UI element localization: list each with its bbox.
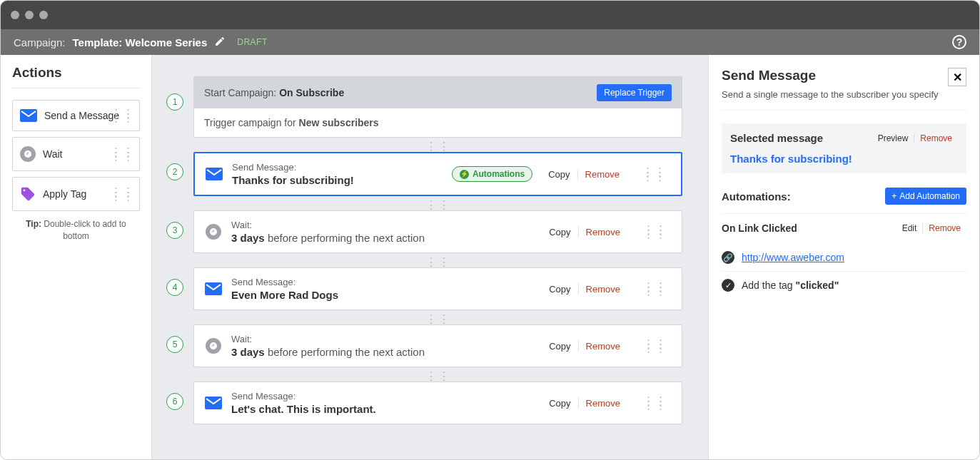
trigger-body-value: New subscribers	[299, 117, 379, 128]
remove-automation-button[interactable]: Remove	[922, 223, 966, 233]
drag-handle-icon[interactable]: ⋮⋮⋮⋮	[636, 228, 672, 236]
remove-message-button[interactable]: Remove	[914, 133, 958, 143]
replace-trigger-button[interactable]: Replace Trigger	[597, 84, 672, 101]
edit-automation-button[interactable]: Edit	[896, 223, 923, 233]
remove-step-button[interactable]: Remove	[578, 284, 627, 295]
sidebar-tip: Tip: Double-click to add to bottom	[12, 218, 140, 242]
wait-description: 3 days before performing the next action	[231, 346, 533, 358]
campaign-name: Template: Welcome Series	[73, 36, 208, 48]
step-number: 3	[166, 222, 183, 239]
action-apply-tag[interactable]: Apply Tag ⋮⋮⋮⋮	[12, 177, 140, 211]
step-card-send-message[interactable]: Send Message: Let's chat. This is import…	[193, 382, 682, 424]
trigger-body-prefix: Trigger campaign for	[204, 117, 296, 128]
panel-description: Send a single message to the subscriber …	[722, 89, 966, 111]
drag-handle-icon[interactable]: ⋮⋮⋮⋮	[635, 170, 671, 178]
trigger-card[interactable]: Start Campaign: On Subscribe Replace Tri…	[193, 76, 682, 138]
clock-icon	[204, 224, 223, 240]
step-title: Thanks for subscribing!	[232, 174, 443, 186]
mail-icon	[204, 282, 223, 295]
step-label: Send Message:	[231, 391, 533, 402]
automation-title: On Link Clicked	[722, 223, 896, 234]
campaign-status: DRAFT	[237, 37, 268, 47]
preview-button[interactable]: Preview	[872, 133, 914, 143]
step-card-wait[interactable]: Wait: 3 days before performing the next …	[193, 210, 682, 253]
automation-tag-text: Add the tag "clicked"	[742, 280, 839, 291]
divider	[12, 88, 140, 88]
panel-title: Send Message	[722, 68, 948, 83]
step-number: 2	[166, 163, 183, 180]
window-titlebar	[1, 1, 979, 29]
step-label: Wait:	[231, 220, 533, 230]
add-automation-button[interactable]: + Add Automation	[885, 188, 966, 205]
connector-dots: ⋮⋮	[425, 317, 451, 324]
drag-handle-icon[interactable]: ⋮⋮⋮⋮	[636, 399, 672, 407]
help-icon[interactable]: ?	[952, 35, 966, 49]
step-label: Wait:	[231, 334, 533, 344]
selected-message-box: Selected message Preview Remove Thanks f…	[722, 123, 966, 173]
selected-message-link[interactable]: Thanks for subscribing!	[730, 153, 958, 165]
action-wait[interactable]: Wait ⋮⋮⋮⋮	[12, 137, 140, 171]
remove-step-button[interactable]: Remove	[577, 169, 627, 180]
campaign-canvas: 1 Start Campaign: On Subscribe Replace T…	[152, 55, 708, 459]
traffic-close[interactable]	[11, 11, 19, 19]
step-card-send-message[interactable]: Send Message: Thanks for subscribing! ⚡ …	[193, 152, 682, 196]
clock-icon	[20, 146, 36, 162]
drag-handle-icon[interactable]: ⋮⋮⋮⋮	[111, 150, 135, 158]
mail-icon	[204, 397, 223, 409]
action-send-message[interactable]: Send a Message ⋮⋮⋮⋮	[12, 100, 140, 131]
link-icon: 🔗	[722, 251, 734, 264]
step-number: 4	[166, 279, 183, 296]
edit-name-icon[interactable]	[214, 36, 226, 49]
trigger-header-prefix: Start Campaign:	[204, 87, 276, 98]
drag-handle-icon[interactable]: ⋮⋮⋮⋮	[111, 111, 135, 120]
selected-message-heading: Selected message	[730, 132, 872, 144]
action-label: Wait	[43, 148, 62, 160]
step-title: Let's chat. This is important.	[231, 403, 533, 415]
step-card-wait[interactable]: Wait: 3 days before performing the next …	[193, 324, 682, 367]
tag-icon	[20, 186, 36, 202]
clock-icon	[204, 338, 223, 354]
automations-badge[interactable]: ⚡ Automations	[452, 166, 532, 182]
copy-step-button[interactable]: Copy	[541, 169, 577, 180]
remove-step-button[interactable]: Remove	[578, 227, 627, 237]
drag-handle-icon[interactable]: ⋮⋮⋮⋮	[111, 190, 135, 198]
mail-icon	[20, 109, 37, 122]
step-label: Send Message:	[232, 162, 443, 173]
drag-handle-icon[interactable]: ⋮⋮⋮⋮	[636, 342, 672, 350]
drag-handle-icon[interactable]: ⋮⋮⋮⋮	[636, 285, 672, 293]
connector-dots: ⋮⋮	[425, 203, 451, 210]
actions-sidebar: Actions Send a Message ⋮⋮⋮⋮ Wait ⋮⋮⋮⋮	[1, 55, 152, 459]
step-title: Even More Rad Dogs	[231, 289, 533, 301]
action-label: Send a Message	[44, 110, 119, 121]
connector-dots: ⋮⋮	[425, 374, 451, 382]
automations-heading: Automations:	[722, 190, 885, 203]
trigger-header-value: On Subscribe	[279, 87, 344, 98]
action-label: Apply Tag	[43, 188, 86, 200]
copy-step-button[interactable]: Copy	[542, 284, 577, 295]
step-number: 1	[166, 93, 183, 111]
lightning-icon: ⚡	[460, 170, 469, 179]
campaign-label: Campaign:	[14, 36, 66, 48]
app-toolbar: Campaign: Template: Welcome Series DRAFT…	[1, 29, 979, 55]
close-panel-button[interactable]: ✕	[948, 68, 966, 86]
step-number: 6	[166, 393, 183, 410]
copy-step-button[interactable]: Copy	[542, 398, 577, 409]
connector-dots: ⋮⋮	[425, 260, 451, 267]
step-number: 5	[166, 336, 183, 353]
remove-step-button[interactable]: Remove	[578, 398, 627, 409]
copy-step-button[interactable]: Copy	[542, 341, 577, 352]
traffic-minimize[interactable]	[25, 11, 34, 19]
sidebar-title: Actions	[12, 65, 140, 81]
traffic-maximize[interactable]	[39, 11, 48, 19]
details-panel: Send Message ✕ Send a single message to …	[708, 55, 979, 459]
automation-block: On Link Clicked Edit Remove 🔗 http://www…	[722, 213, 966, 299]
automation-link[interactable]: http://www.aweber.com	[742, 252, 844, 263]
mail-icon	[205, 168, 223, 180]
remove-step-button[interactable]: Remove	[578, 341, 627, 352]
check-icon: ✓	[722, 279, 734, 292]
step-label: Send Message:	[231, 277, 533, 287]
copy-step-button[interactable]: Copy	[542, 227, 577, 237]
wait-description: 3 days before performing the next action	[231, 232, 533, 244]
step-card-send-message[interactable]: Send Message: Even More Rad Dogs Copy Re…	[193, 267, 682, 310]
plus-icon: +	[891, 191, 896, 201]
